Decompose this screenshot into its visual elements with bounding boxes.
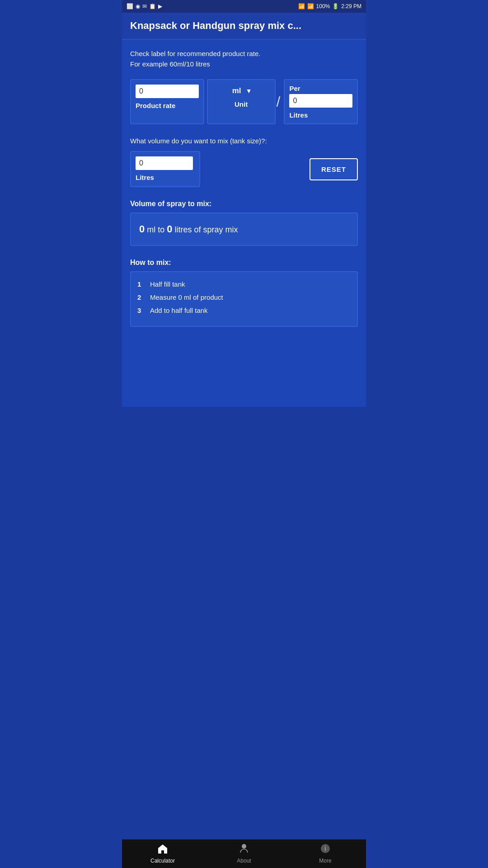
wifi-icon: 📶 [298, 3, 305, 9]
slash-separator: / [276, 94, 282, 110]
description: Check label for recommended product rate… [130, 49, 358, 69]
battery-percent: 100% [316, 3, 330, 9]
circle-icon: ◉ [136, 3, 140, 9]
per-box: Per Litres [284, 79, 358, 124]
how-step-3: 3 Add to half full tank [137, 306, 351, 315]
tank-row: Litres RESET [130, 151, 358, 187]
step3-text: Add to half full tank [150, 306, 208, 315]
clipboard-icon: 📋 [149, 3, 156, 9]
product-rate-box: Product rate [130, 79, 204, 124]
clock: 2:29 PM [341, 3, 361, 9]
step1-num: 1 [137, 279, 147, 289]
status-bar: ⬜ ◉ ✉ 📋 ▶ 📶 📶 100% 🔋 2:29 PM [122, 0, 366, 13]
app-title: Knapsack or Handgun spray mix c... [130, 20, 358, 32]
product-rate-input[interactable] [136, 85, 199, 98]
main-content: Check label for recommended product rate… [122, 40, 366, 407]
result-text: 0 ml to 0 litres of spray mix [139, 225, 238, 234]
app-header: Knapsack or Handgun spray mix c... [122, 13, 366, 40]
how-step-2: 2 Measure 0 ml of product [137, 292, 351, 302]
reset-button[interactable]: RESET [310, 158, 358, 180]
result-text-ml: ml to [147, 225, 164, 234]
step2-text: Measure 0 ml of product [150, 292, 223, 302]
tank-label: Litres [136, 174, 154, 181]
play-icon: ▶ [158, 3, 162, 9]
status-right: 📶 📶 100% 🔋 2:29 PM [298, 3, 361, 9]
unit-label: Unit [235, 100, 248, 108]
how-section-label: How to mix: [130, 259, 358, 267]
tank-box: Litres [130, 151, 200, 187]
per-sublabel: Litres [289, 111, 352, 119]
how-box: 1 Half fill tank 2 Measure 0 ml of produ… [130, 271, 358, 327]
volume-section-label: Volume of spray to mix: [130, 200, 358, 208]
desc-line2: For example 60ml/10 litres [130, 59, 358, 70]
result-text-litres: litres of spray mix [175, 225, 238, 234]
per-input[interactable] [289, 94, 352, 108]
monitor-icon: ⬜ [127, 3, 133, 9]
unit-box: mlgl ▼ Unit [207, 79, 276, 124]
desc-line1: Check label for recommended product rate… [130, 49, 358, 59]
battery-icon: 🔋 [332, 3, 339, 9]
per-label: Per [289, 85, 352, 92]
how-step-1: 1 Half fill tank [137, 279, 351, 289]
step1-text: Half fill tank [150, 279, 185, 289]
dropdown-arrow-icon: ▼ [246, 87, 252, 94]
result-litres: 0 [167, 223, 172, 235]
tank-size-input[interactable] [136, 156, 193, 170]
result-box: 0 ml to 0 litres of spray mix [130, 212, 358, 246]
unit-select-wrapper: mlgl ▼ [230, 85, 252, 97]
result-ml: 0 [139, 223, 145, 235]
product-rate-label: Product rate [136, 102, 199, 109]
rate-row: Product rate mlgl ▼ Unit / Per Litres [130, 79, 358, 124]
unit-select[interactable]: mlgl [230, 85, 245, 97]
step2-num: 2 [137, 292, 147, 302]
status-icons: ⬜ ◉ ✉ 📋 ▶ [127, 3, 162, 9]
signal-icon: 📶 [307, 3, 314, 9]
step3-num: 3 [137, 306, 147, 315]
tank-question: What volume do you want to mix (tank siz… [130, 137, 358, 145]
mail-icon: ✉ [142, 3, 147, 9]
